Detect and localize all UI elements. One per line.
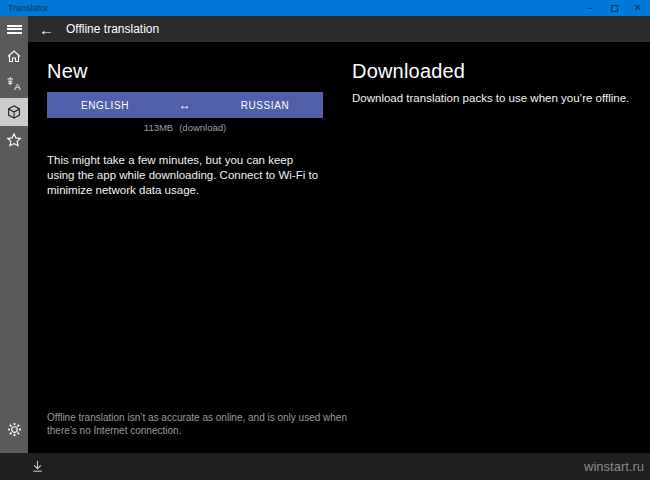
titlebar: Translator – ✕	[0, 0, 650, 16]
page-title: Offline translation	[66, 22, 159, 36]
minimize-button[interactable]: –	[578, 0, 602, 16]
new-description: This might take a few minutes, but you c…	[47, 153, 323, 198]
language-pack-button[interactable]: ENGLISH ↔ RUSSIAN	[47, 92, 323, 118]
star-icon	[6, 132, 22, 148]
close-icon: ✕	[634, 3, 642, 13]
download-button[interactable]	[30, 459, 45, 474]
home-icon	[6, 48, 22, 64]
app-body: A	[0, 16, 650, 453]
minimize-icon: –	[587, 3, 593, 13]
main-area: ← Offline translation New ENGLISH ↔ RUSS…	[28, 16, 650, 453]
translate-icon: A	[6, 76, 22, 92]
downloaded-description: Download translation packs to use when y…	[352, 91, 650, 106]
swap-arrow-icon: ↔	[163, 98, 207, 112]
pack-size-note: (download)	[179, 122, 226, 133]
window-title: Translator	[8, 3, 578, 13]
close-button[interactable]: ✕	[626, 0, 650, 16]
downloaded-section: Downloaded Download translation packs to…	[352, 42, 650, 106]
pack-from-language: ENGLISH	[47, 100, 163, 111]
sidebar-item-home[interactable]	[0, 42, 28, 70]
downloaded-heading: Downloaded	[352, 58, 650, 84]
new-heading: New	[47, 58, 323, 84]
svg-text:A: A	[14, 81, 21, 92]
app-window: Translator – ✕	[0, 0, 650, 480]
hamburger-icon	[7, 23, 22, 35]
maximize-icon	[611, 5, 618, 12]
gear-icon	[7, 422, 22, 437]
pack-to-language: RUSSIAN	[207, 100, 323, 111]
back-button[interactable]: ←	[39, 22, 54, 37]
hamburger-menu-button[interactable]	[0, 16, 28, 42]
maximize-button[interactable]	[602, 0, 626, 16]
command-bar: winstart.ru	[0, 453, 650, 480]
sidebar-item-phrasebook[interactable]	[0, 126, 28, 154]
window-controls: – ✕	[578, 0, 650, 16]
sidebar-item-settings[interactable]	[0, 415, 28, 443]
page-header: ← Offline translation	[28, 16, 650, 42]
sidebar-item-offline-packs[interactable]	[0, 98, 28, 126]
page-content: New ENGLISH ↔ RUSSIAN 113MB(download) Th…	[28, 42, 650, 453]
download-icon	[30, 459, 45, 474]
watermark: winstart.ru	[584, 459, 644, 474]
offline-accuracy-footnote: Offline translation isn’t as accurate as…	[47, 412, 349, 437]
package-icon	[6, 104, 22, 120]
sidebar-item-translate[interactable]: A	[0, 70, 28, 98]
sidebar-spacer	[0, 154, 28, 415]
sidebar: A	[0, 16, 28, 453]
pack-size: 113MB	[144, 122, 173, 133]
pack-size-line: 113MB(download)	[47, 122, 323, 133]
new-section: New ENGLISH ↔ RUSSIAN 113MB(download) Th…	[47, 42, 323, 198]
